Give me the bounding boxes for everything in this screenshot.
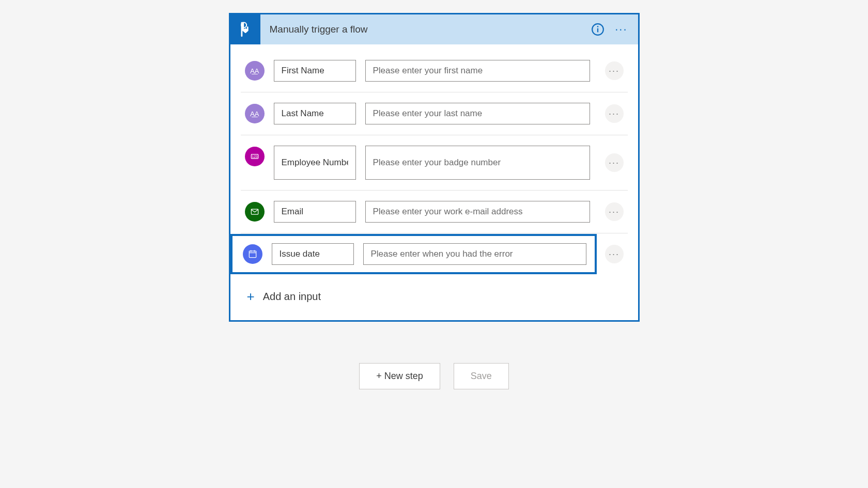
new-step-button[interactable]: + New step <box>359 363 440 389</box>
header-more-icon[interactable]: ··· <box>615 24 627 35</box>
row-more-icon[interactable]: ··· <box>605 202 624 221</box>
highlighted-row <box>230 234 597 274</box>
input-row-first-name: A͟A ··· <box>241 50 628 92</box>
trigger-card: Manually trigger a flow ··· A͟A ··· A͟A … <box>229 13 640 322</box>
svg-rect-7 <box>249 251 256 258</box>
row-more-icon[interactable]: ··· <box>605 104 624 123</box>
placeholder-input-issue-date[interactable] <box>363 243 586 265</box>
email-type-icon <box>245 202 265 222</box>
placeholder-input-employee-number[interactable] <box>365 146 590 180</box>
input-row-last-name: A͟A ··· <box>241 92 628 135</box>
label-input-last-name[interactable] <box>274 103 356 124</box>
plus-icon: + <box>247 289 255 305</box>
row-more-icon[interactable]: ··· <box>605 245 624 263</box>
label-input-first-name[interactable] <box>274 60 356 82</box>
card-body: A͟A ··· A͟A ··· 123 ··· ··· <box>230 44 638 320</box>
footer-buttons: + New step Save <box>359 363 509 389</box>
text-type-icon: A͟A <box>245 104 265 123</box>
svg-point-3 <box>597 26 599 27</box>
date-type-icon <box>243 244 262 264</box>
add-input-button[interactable]: + Add an input <box>241 274 628 320</box>
number-type-icon: 123 <box>245 147 265 166</box>
add-input-label: Add an input <box>263 291 321 303</box>
card-header: Manually trigger a flow ··· <box>230 14 638 44</box>
svg-rect-6 <box>251 209 258 214</box>
svg-text:123: 123 <box>252 155 257 159</box>
label-input-issue-date[interactable] <box>272 243 354 265</box>
row-more-icon[interactable]: ··· <box>605 61 624 80</box>
placeholder-input-email[interactable] <box>365 201 590 223</box>
label-input-email[interactable] <box>274 201 356 223</box>
label-input-employee-number[interactable] <box>274 146 356 180</box>
text-type-icon: A͟A <box>245 61 265 81</box>
header-actions: ··· <box>591 23 638 36</box>
input-row-email: ··· <box>241 191 628 233</box>
input-row-issue-date <box>243 243 586 265</box>
input-row-employee-number: 123 ··· <box>241 135 628 191</box>
placeholder-input-first-name[interactable] <box>365 60 590 82</box>
row-more-icon[interactable]: ··· <box>605 153 624 172</box>
info-icon[interactable] <box>591 23 605 36</box>
save-button[interactable]: Save <box>454 363 509 389</box>
header-title: Manually trigger a flow <box>260 24 592 35</box>
placeholder-input-last-name[interactable] <box>365 103 590 124</box>
trigger-icon <box>230 14 260 44</box>
